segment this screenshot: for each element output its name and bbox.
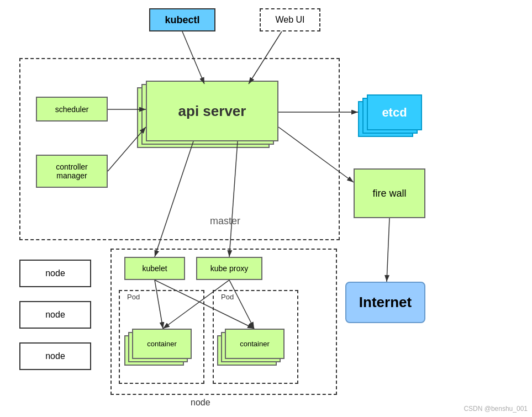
svg-line-10 [387, 218, 389, 282]
kube-proxy-box: kube proxy [196, 257, 262, 280]
node-bottom-label: node [191, 398, 210, 408]
watermark: CSDN @benshu_001 [463, 405, 528, 413]
webui-box: Web UI [260, 8, 320, 31]
kubelet-box: kubelet [124, 257, 185, 280]
node-box-3: node [19, 342, 91, 370]
pod2-label: Pod [221, 293, 234, 301]
internet-box: Internet [345, 282, 425, 323]
node3-label: node [45, 351, 65, 361]
etcd-label: etcd [367, 94, 422, 130]
container2-label: container [225, 329, 285, 359]
controller-manager-label: controller manager [56, 162, 88, 180]
scheduler-box: scheduler [36, 97, 108, 122]
node-box-2: node [19, 301, 91, 329]
kube-proxy-label: kube proxy [210, 264, 248, 273]
webui-label: Web UI [275, 15, 304, 25]
api-server-label: api server [146, 81, 278, 141]
node1-label: node [45, 268, 65, 278]
master-label: master [210, 215, 240, 227]
controller-manager-box: controller manager [36, 155, 108, 188]
diagram-container: kubectl Web UI master scheduler controll… [0, 0, 532, 417]
internet-label: Internet [359, 294, 412, 311]
firewall-label: fire wall [372, 188, 406, 199]
node2-label: node [45, 310, 65, 320]
kubectl-box: kubectl [149, 8, 215, 31]
container1-label: container [132, 329, 192, 359]
pod1-label: Pod [127, 293, 140, 301]
kubectl-label: kubectl [165, 14, 199, 26]
firewall-box: fire wall [354, 168, 425, 218]
scheduler-label: scheduler [55, 105, 89, 114]
kubelet-label: kubelet [142, 264, 167, 273]
node-box-1: node [19, 260, 91, 287]
